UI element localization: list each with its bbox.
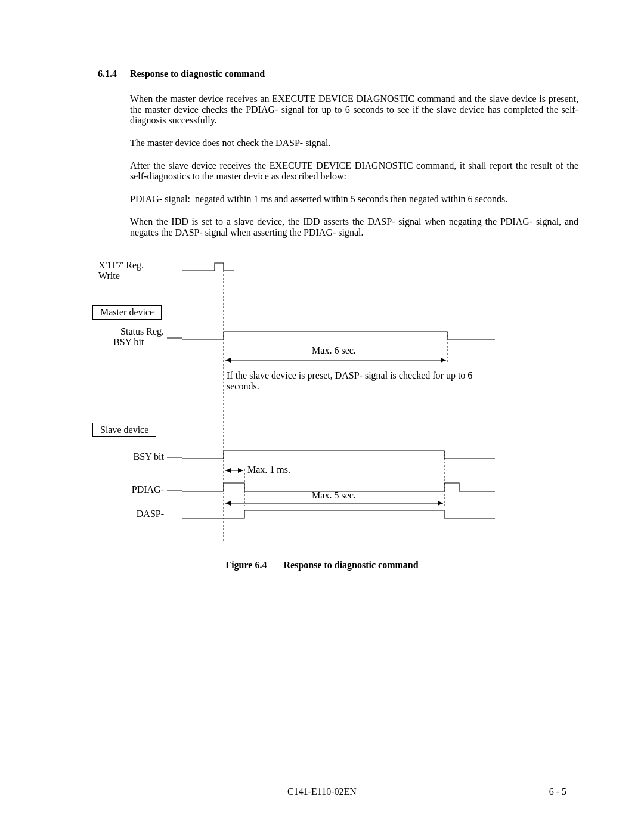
slave-device-box: Slave device: [92, 423, 156, 437]
timing-diagram: X'1F7' Reg. Write Master device Status R…: [66, 256, 578, 548]
section-heading: 6.1.4 Response to diagnostic command: [98, 69, 578, 79]
svg-marker-12: [438, 501, 443, 506]
slave-bsy-label: BSY bit: [95, 451, 164, 462]
figure-number: Figure 6.4: [225, 560, 267, 570]
signal-definition: PDIAG- signal: negated within 1 ms and a…: [130, 194, 578, 205]
dasp-label: DASP-: [95, 509, 164, 519]
page-number: 6 - 5: [549, 786, 566, 797]
signal-label: PDIAG- signal:: [130, 194, 190, 205]
doc-number: C141-E110-02EN: [287, 786, 357, 797]
master-device-box: Master device: [92, 305, 162, 320]
svg-marker-9: [238, 468, 243, 473]
reg-write-label-1: X'1F7' Reg.: [98, 260, 158, 271]
max-5sec-label: Max. 5 sec.: [268, 490, 400, 501]
paragraph-3: After the slave device receives the EXEC…: [130, 160, 578, 182]
reg-write-label-2: Write: [98, 271, 158, 281]
paragraph-2: The master device does not check the DAS…: [130, 138, 578, 148]
svg-marker-3: [225, 358, 231, 363]
check-note: If the slave device is preset, DASP- sig…: [227, 370, 483, 392]
timing-diagram-svg: [66, 256, 578, 548]
svg-marker-11: [225, 501, 231, 506]
max-6sec-label: Max. 6 sec.: [268, 345, 400, 356]
pdiag-label: PDIAG-: [95, 484, 164, 495]
master-bsy-label: BSY bit: [95, 337, 164, 348]
page-footer: C141-E110-02EN 6 - 5: [0, 786, 644, 797]
svg-marker-8: [225, 468, 231, 473]
status-reg-label: Status Reg.: [95, 326, 164, 337]
body-text: When the master device receives an EXECU…: [130, 94, 578, 238]
figure-title: Response to diagnostic command: [283, 560, 418, 570]
paragraph-4: When the IDD is set to a slave device, t…: [130, 216, 578, 238]
signal-description: negated within 1 ms and asserted within …: [195, 194, 507, 205]
max-1ms-label: Max. 1 ms.: [247, 465, 319, 475]
section-number: 6.1.4: [98, 69, 130, 79]
svg-marker-4: [441, 358, 446, 363]
section-title: Response to diagnostic command: [130, 69, 265, 79]
figure-caption: Figure 6.4 Response to diagnostic comman…: [66, 560, 578, 571]
paragraph-1: When the master device receives an EXECU…: [130, 94, 578, 126]
